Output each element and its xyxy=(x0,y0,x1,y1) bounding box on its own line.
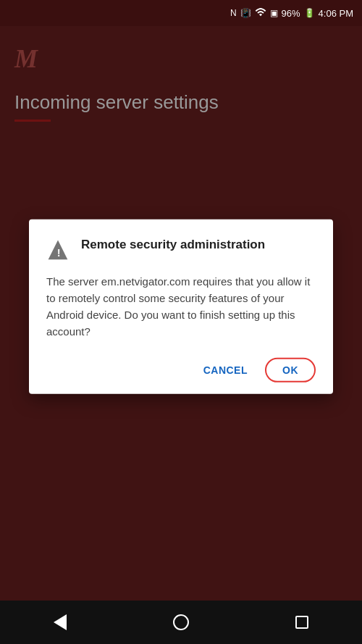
recents-icon xyxy=(295,616,308,629)
back-icon xyxy=(54,614,67,630)
home-icon xyxy=(173,614,189,630)
status-bar: N 📳 ▣ 96% 🔋 4:06 PM xyxy=(0,0,362,26)
dialog-header: ! Remote security administration xyxy=(46,236,316,261)
dialog-title: Remote security administration xyxy=(81,236,265,252)
wifi-icon xyxy=(255,7,266,20)
svg-text:!: ! xyxy=(57,247,61,259)
home-button[interactable] xyxy=(167,608,195,637)
battery-icon: 🔋 xyxy=(304,8,315,18)
warning-icon: ! xyxy=(46,238,70,261)
dialog-body: The server em.netvigator.com requires th… xyxy=(46,272,316,340)
dialog: ! Remote security administration The ser… xyxy=(29,219,333,393)
recents-button[interactable] xyxy=(287,608,316,637)
time-text: 4:06 PM xyxy=(319,8,353,19)
cancel-button[interactable]: CANCEL xyxy=(192,358,259,381)
main-content: M Incoming server settings ! Remote secu… xyxy=(0,26,362,601)
back-button[interactable] xyxy=(46,608,75,637)
nav-bar xyxy=(0,601,362,644)
dialog-actions: CANCEL OK xyxy=(46,357,316,382)
vibrate-icon: 📳 xyxy=(240,8,251,18)
ok-button[interactable]: OK xyxy=(265,357,316,382)
status-icons: N 📳 ▣ 96% 🔋 4:06 PM xyxy=(230,7,353,20)
signal-icon: ▣ xyxy=(270,8,278,18)
nfc-icon: N xyxy=(230,8,237,18)
battery-text: 96% xyxy=(282,8,300,19)
